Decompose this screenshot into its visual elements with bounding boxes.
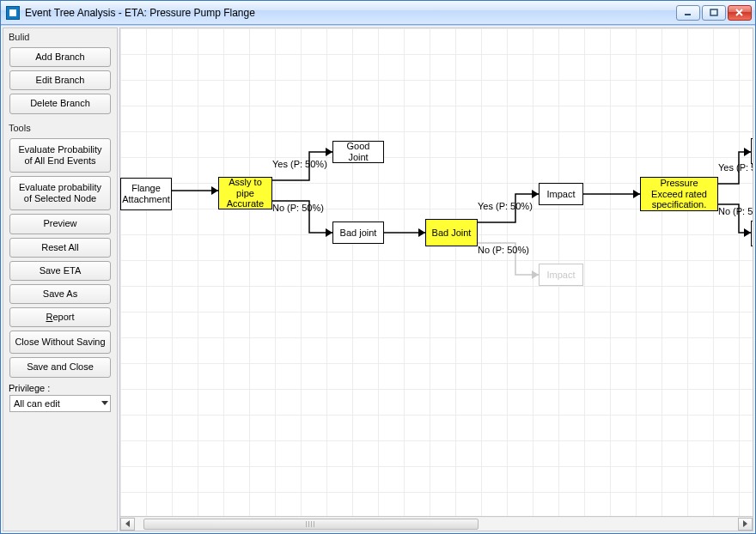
app-window: Event Tree Analysis - ETA: Pressure Pump… (0, 0, 756, 534)
grip-icon (306, 521, 316, 527)
canvas-area: Flange Attachment Assly to pipe Accurate… (119, 27, 753, 531)
svg-marker-11 (532, 270, 539, 279)
close-button[interactable] (728, 5, 752, 21)
add-branch-button[interactable]: Add Branch (9, 47, 111, 67)
privilege-value: All can edit (14, 398, 60, 409)
svg-rect-1 (710, 9, 717, 15)
save-and-close-button[interactable]: Save and Close (9, 357, 111, 377)
app-body: Bulid Add Branch Edit Branch Delete Bran… (1, 25, 755, 533)
label-pressure-no: No (P: 50%) (718, 206, 753, 216)
node-pressure-exceed[interactable]: Pressure Exceed rated specification. (640, 177, 718, 211)
preview-button[interactable]: Preview (9, 214, 111, 234)
label-badjoint-yes: Yes (P: 50%) (478, 201, 533, 211)
svg-marker-15 (744, 228, 751, 237)
svg-marker-13 (633, 190, 640, 198)
svg-marker-7 (326, 228, 332, 237)
sidebar: Bulid Add Branch Edit Branch Delete Bran… (3, 27, 118, 531)
scroll-thumb[interactable] (143, 519, 479, 530)
app-icon (6, 6, 20, 20)
evaluate-selected-button[interactable]: Evaluate probability of Selected Node (9, 176, 111, 210)
close-without-saving-button[interactable]: Close Without Saving (9, 331, 111, 354)
window-controls (676, 5, 752, 21)
report-rest: eport (52, 312, 74, 322)
triangle-right-icon (743, 520, 747, 527)
save-eta-button[interactable]: Save ETA (9, 261, 111, 281)
reset-all-button[interactable]: Reset All (9, 238, 111, 258)
node-flange-attachment[interactable]: Flange Attachment (120, 178, 172, 210)
svg-marker-5 (211, 186, 218, 195)
label-assly-no: No (P: 50%) (272, 203, 324, 213)
node-offscreen-top[interactable] (751, 138, 753, 164)
node-bad-joint-white[interactable]: Bad joint (332, 221, 384, 244)
maximize-button[interactable] (702, 5, 726, 21)
node-offscreen-bottom[interactable] (751, 221, 753, 246)
maximize-icon (710, 9, 718, 17)
diagram-edges (120, 28, 753, 516)
node-assly-accurate[interactable]: Assly to pipe Accurate (218, 177, 272, 209)
scroll-left-button[interactable] (120, 518, 135, 531)
build-group-label: Bulid (7, 30, 113, 46)
chevron-down-icon (101, 401, 108, 405)
svg-marker-14 (744, 148, 751, 156)
label-assly-yes: Yes (P: 50%) (272, 159, 327, 169)
svg-marker-10 (532, 190, 539, 198)
scroll-track[interactable] (135, 518, 738, 531)
minimize-icon (684, 9, 692, 17)
svg-marker-9 (418, 228, 425, 237)
scroll-right-button[interactable] (738, 518, 753, 531)
node-good-joint[interactable]: Good Joint (332, 141, 384, 163)
label-pressure-yes: Yes (P: 50%) (718, 162, 753, 173)
privilege-label: Privilege : (7, 379, 113, 395)
titlebar[interactable]: Event Tree Analysis - ETA: Pressure Pump… (1, 1, 755, 25)
delete-branch-button[interactable]: Delete Branch (9, 94, 111, 113)
evaluate-all-button[interactable]: Evaluate Probability of All End Events (9, 138, 111, 173)
report-button[interactable]: Report (9, 307, 111, 327)
save-as-button[interactable]: Save As (9, 284, 111, 304)
privilege-select[interactable]: All can edit (9, 395, 111, 412)
svg-marker-6 (326, 148, 332, 156)
label-badjoint-no: No (P: 50%) (478, 245, 529, 255)
node-impact-top[interactable]: Impact (539, 183, 583, 205)
horizontal-scrollbar[interactable] (119, 517, 753, 531)
triangle-left-icon (125, 520, 130, 527)
tools-group-label: Tools (7, 121, 113, 137)
node-impact-bottom[interactable]: Impact (539, 264, 583, 286)
edit-branch-button[interactable]: Edit Branch (9, 70, 111, 90)
minimize-button[interactable] (676, 5, 700, 21)
close-icon (735, 9, 744, 17)
node-bad-joint-yellow[interactable]: Bad Joint (425, 219, 478, 246)
window-title: Event Tree Analysis - ETA: Pressure Pump… (25, 7, 676, 19)
diagram-canvas[interactable]: Flange Attachment Assly to pipe Accurate… (119, 27, 753, 517)
